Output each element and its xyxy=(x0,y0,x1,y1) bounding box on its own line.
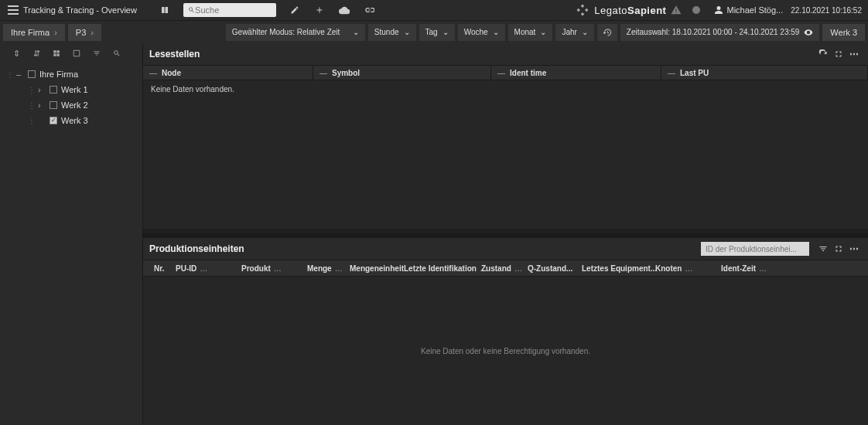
no-data-msg: Keine Daten oder keine Berechtigung vorh… xyxy=(421,347,590,355)
col-knoten[interactable]: Knoten… xyxy=(652,260,718,276)
user-icon xyxy=(714,5,723,15)
alert-icon[interactable] xyxy=(689,3,703,17)
user-name: Michael Stög... xyxy=(726,5,783,15)
history-icon[interactable] xyxy=(597,24,617,41)
cloud-icon[interactable] xyxy=(335,1,354,19)
fullscreen-icon[interactable] xyxy=(831,241,846,257)
col-identzeit[interactable]: Ident-Zeit… xyxy=(718,260,795,276)
breadcrumb-p3[interactable]: P3› xyxy=(68,24,101,41)
add-icon[interactable] xyxy=(310,1,329,19)
more-icon[interactable]: ⋯ xyxy=(846,241,862,257)
mode-select[interactable]: Gewählter Modus: Relative Zeit ⌄ xyxy=(226,24,365,41)
col-menge[interactable]: Menge… xyxy=(304,260,347,276)
col-last-pu[interactable]: —Last PU xyxy=(661,66,868,80)
search-input[interactable] xyxy=(195,5,272,15)
col-node[interactable]: —Node xyxy=(143,66,313,80)
tree-node-werk2[interactable]: ⋮›Werk 2 xyxy=(0,97,142,113)
time-hour-button[interactable]: Stunde⌄ xyxy=(368,24,416,41)
logo-icon xyxy=(576,3,589,17)
eye-icon xyxy=(804,28,813,37)
splitter[interactable] xyxy=(143,233,868,238)
link-icon[interactable] xyxy=(360,1,378,19)
col-produkt[interactable]: Produkt… xyxy=(238,260,304,276)
tree-node-werk1[interactable]: ⋮›Werk 1 xyxy=(0,82,142,97)
book-icon[interactable] xyxy=(155,1,174,19)
more-icon[interactable]: ⋯ xyxy=(846,46,862,62)
svg-point-0 xyxy=(692,6,700,14)
datetime: 22.10.2021 10:16:52 xyxy=(791,6,862,15)
tree-root[interactable]: ⋮–Ihre Firma xyxy=(0,66,142,82)
time-range[interactable]: Zeitauswahl: 18.10.2021 00:00 - 24.10.20… xyxy=(620,24,820,41)
col-mengeneinheit[interactable]: Mengeneinheit xyxy=(347,260,401,276)
collapse-icon[interactable]: ⇵ xyxy=(31,48,42,59)
col-qzustand[interactable]: Q-Zustand... xyxy=(525,260,579,276)
time-week-button[interactable]: Woche⌄ xyxy=(458,24,505,41)
tree-node-werk3[interactable]: ⋮Werk 3 xyxy=(0,113,142,128)
time-day-button[interactable]: Tag⌄ xyxy=(419,24,455,41)
col-puid[interactable]: PU-ID… xyxy=(173,260,238,276)
col-symbol[interactable]: —Symbol xyxy=(313,66,491,80)
search-icon xyxy=(188,6,195,14)
refresh-icon[interactable] xyxy=(815,46,831,62)
col-letzteident[interactable]: Letzte Identifikation… xyxy=(401,260,478,276)
time-month-button[interactable]: Monat⌄ xyxy=(508,24,553,41)
breadcrumb-firma[interactable]: Ihre Firma› xyxy=(3,24,65,41)
search-icon[interactable] xyxy=(111,48,122,59)
filter-icon[interactable] xyxy=(815,241,831,257)
user-menu[interactable]: Michael Stög... xyxy=(714,5,783,15)
menu-icon[interactable] xyxy=(8,5,19,15)
box-icon[interactable] xyxy=(71,48,82,59)
time-year-button[interactable]: Jahr⌄ xyxy=(555,24,593,41)
edit-icon[interactable] xyxy=(285,1,304,19)
grid-icon[interactable] xyxy=(51,48,62,59)
warning-icon[interactable] xyxy=(669,3,683,17)
col-zustand[interactable]: Zustand… xyxy=(478,260,525,276)
werk-chip[interactable]: Werk 3 xyxy=(822,24,865,41)
expand-icon[interactable]: ⇕ xyxy=(11,48,22,59)
logo-text: LegatoSapient xyxy=(594,5,666,16)
search-box[interactable] xyxy=(183,3,276,17)
page-title: Tracking & Tracing - Overview xyxy=(23,5,137,15)
col-ident-time[interactable]: —Ident time xyxy=(491,66,661,80)
no-data-msg: Keine Daten vorhanden. xyxy=(143,80,868,98)
col-nr[interactable]: Nr. xyxy=(151,260,173,276)
filter-icon[interactable] xyxy=(91,48,102,59)
fullscreen-icon[interactable] xyxy=(831,46,846,62)
col-letztesequip[interactable]: Letztes Equipment... xyxy=(579,260,652,276)
panel-title-produktionseinheiten: Produktionseinheiten xyxy=(149,243,701,254)
pu-filter-input[interactable] xyxy=(701,242,809,256)
panel-title-lesestellen: Lesestellen xyxy=(149,49,815,60)
chevron-down-icon: ⌄ xyxy=(353,28,359,36)
